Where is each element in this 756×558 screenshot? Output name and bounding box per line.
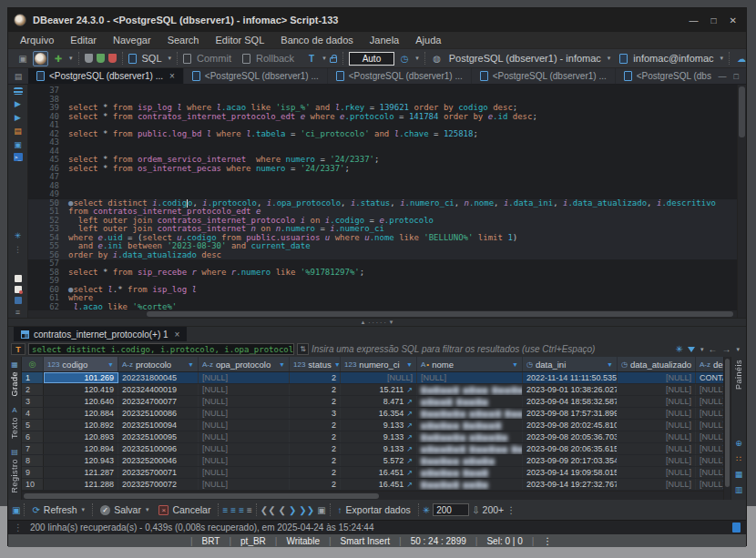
- cell-data_ini[interactable]: 2023-09-04 18:58:32.587: [523, 396, 618, 407]
- transaction-log-icon[interactable]: ◷: [398, 52, 411, 65]
- editor-tab-2[interactable]: <PostgreSQL (dbserver1) ...: [184, 68, 328, 84]
- cell-protocolo[interactable]: 202325100094: [118, 420, 199, 431]
- menu-navegar[interactable]: Navegar: [105, 35, 159, 46]
- calc-panel-icon[interactable]: ▦: [735, 470, 743, 479]
- row-number[interactable]: 5: [22, 420, 44, 431]
- cell-numero_ci[interactable]: 9.133↗: [341, 443, 417, 454]
- column-header-nome[interactable]: A•nome▼: [417, 357, 523, 371]
- cell-data_ini[interactable]: 2023-09-08 20:06:35.615: [523, 443, 618, 454]
- menu-janela[interactable]: Janela: [362, 35, 407, 46]
- cell-status[interactable]: 2: [290, 443, 341, 454]
- filter-sql-icon[interactable]: T: [11, 343, 26, 355]
- cell-status[interactable]: 3: [290, 408, 341, 419]
- cell-codigo[interactable]: 121.288: [44, 479, 118, 490]
- fetch-settings-icon[interactable]: ✳: [423, 505, 430, 515]
- filter-placeholder[interactable]: Insira uma expressão SQL para filtrar os…: [312, 344, 673, 354]
- splitter-down-icon[interactable]: ▾: [390, 319, 393, 326]
- cell-nome[interactable]: [NULL]: [417, 372, 523, 383]
- column-header-codigo[interactable]: 123codigo▼: [44, 357, 118, 371]
- first-row-icon[interactable]: ❮❮: [261, 505, 276, 515]
- cell-protocolo[interactable]: 202325700072: [118, 479, 199, 490]
- table-row[interactable]: 10121.288202325700072[NULL]216.451↗▇▆▆▇▆…: [22, 479, 723, 491]
- table-row[interactable]: 5120.892202325100094[NULL]29.133↗▆▇▆▇▆▆ …: [22, 420, 723, 431]
- cell-codigo[interactable]: 120.419: [44, 384, 118, 395]
- cell-codigo[interactable]: 120.640: [44, 396, 118, 407]
- cell-data_ini[interactable]: 2023-09-09 20:17:03.354: [523, 455, 618, 466]
- minimize-panel-icon[interactable]: —: [719, 72, 727, 81]
- delete-row-icon[interactable]: ≡: [247, 505, 252, 515]
- sort-caret-icon[interactable]: ▼: [279, 361, 285, 368]
- cell-protocolo[interactable]: 202325200046: [118, 455, 199, 466]
- prev-row-icon[interactable]: ❮: [279, 505, 286, 515]
- side-tab-registro[interactable]: ▤Registro: [10, 448, 19, 493]
- table-row[interactable]: 8120.943202325200046[NULL]25.572↗▇▆▆▇▆▆ …: [22, 455, 723, 467]
- cell-nome[interactable]: ▇▆▇▆▆▇▆ ▆▇▆▆▇▆: [417, 431, 523, 442]
- file-sql-icon[interactable]: [15, 297, 22, 304]
- close-button[interactable]: ✕: [730, 15, 737, 25]
- toolbar-overflow-icon[interactable]: ⋮: [506, 505, 516, 515]
- results-tab-close-icon[interactable]: ×: [175, 330, 180, 340]
- cell-numero_ci[interactable]: 16.354↗: [341, 408, 417, 419]
- cell-numero_ci[interactable]: 9.133↗: [341, 431, 417, 442]
- fetch-all-icon[interactable]: ⇩: [472, 505, 479, 515]
- tab-list-icon[interactable]: ▤: [8, 68, 28, 84]
- column-header-opa_protocolo[interactable]: A-zopa_protocolo▼: [199, 357, 290, 371]
- edit-row-icon[interactable]: ≡: [222, 505, 228, 515]
- filter-expand-icon[interactable]: ⇅: [297, 343, 309, 355]
- editor-vertical-scrollbar[interactable]: [737, 85, 746, 318]
- cell-numero_ci[interactable]: 15.211↗: [341, 384, 417, 395]
- cell-nome[interactable]: ▆▇▆▇▆▆ ▇▆▇▆▆▇: [417, 420, 523, 431]
- cell-status[interactable]: 2: [290, 420, 341, 431]
- cell-data_atualizado[interactable]: [NULL]: [618, 467, 696, 478]
- lock-icon[interactable]: [330, 57, 337, 63]
- cell-protocolo[interactable]: 202324700077: [118, 396, 199, 407]
- filter-forward-icon[interactable]: →: [721, 344, 730, 354]
- filter-funnel-icon[interactable]: [688, 347, 695, 352]
- dbeaver-home-button[interactable]: [33, 51, 48, 66]
- cell-nome[interactable]: ▆▇▆▇▆▆ ▇▆▆▇: [417, 467, 523, 478]
- cell-data_atualizado[interactable]: [NULL]: [618, 443, 696, 454]
- cell-descritivo[interactable]: [NULL]: [696, 408, 723, 419]
- table-row[interactable]: 7120.894202325100096[NULL]29.133↗▆▇▆▆▇▆▇…: [22, 443, 723, 455]
- side-tab-grade[interactable]: ▦Grade: [10, 360, 19, 397]
- row-number[interactable]: 1: [22, 372, 44, 383]
- cell-opa_protocolo[interactable]: [NULL]: [199, 396, 290, 407]
- menu-editor-sql[interactable]: Editor SQL: [207, 35, 272, 46]
- cell-status[interactable]: 2: [290, 431, 341, 442]
- cell-data_atualizado[interactable]: [NULL]: [618, 479, 696, 490]
- splitter-up-icon[interactable]: ▴: [362, 319, 365, 326]
- row-link-icon[interactable]: ↗: [406, 386, 413, 394]
- cell-nome[interactable]: ▆▇▆▆▇▆▇ ▇▆▆▇▆▆ ▇▆: [417, 443, 523, 454]
- cell-status[interactable]: 2: [290, 384, 341, 395]
- value-viewer-icon[interactable]: ⊕: [735, 439, 742, 448]
- next-row-icon[interactable]: ❯: [289, 505, 296, 515]
- cell-nome[interactable]: ▇▆▆▇▆▇▆ ▆▇▆▆▇ ▇▆▆: [417, 408, 523, 419]
- cell-protocolo[interactable]: 202231800045: [118, 372, 199, 383]
- cell-nome[interactable]: ▇▆▇▆▆▇ ▆▇▆▆ ▇▆▆▇▆▇: [417, 384, 523, 395]
- cell-opa_protocolo[interactable]: [NULL]: [199, 455, 290, 466]
- shield-red-icon[interactable]: [108, 54, 117, 63]
- cell-data_ini[interactable]: 2022-11-14 11:11:50.535: [523, 372, 618, 383]
- editor-horizontal-scrollbar[interactable]: [28, 310, 737, 318]
- column-header-numero_ci[interactable]: 123numero_ci▼: [341, 357, 417, 371]
- sql-button[interactable]: SQL ▾: [124, 53, 177, 64]
- cell-data_ini[interactable]: 2023-09-08 20:02:45.810: [523, 420, 618, 431]
- maximize-button[interactable]: □: [711, 15, 717, 25]
- file-icon[interactable]: [15, 275, 22, 282]
- cell-data_atualizado[interactable]: [NULL]: [618, 455, 696, 466]
- cell-opa_protocolo[interactable]: [NULL]: [199, 431, 290, 442]
- cell-descritivo[interactable]: CONTAT: [696, 372, 723, 383]
- cell-protocolo[interactable]: 202325700071: [118, 467, 199, 478]
- grid-horizontal-scrollbar[interactable]: [22, 491, 723, 500]
- cell-opa_protocolo[interactable]: [NULL]: [199, 408, 290, 419]
- row-number[interactable]: 2: [22, 384, 44, 395]
- cell-data_ini[interactable]: 2023-09-08 17:57:31.899: [523, 408, 618, 419]
- output-panel-icon[interactable]: ▣: [13, 139, 24, 149]
- editor-tab-1[interactable]: <PostgreSQL (dbserver1) ...×: [28, 68, 184, 84]
- add-row-icon[interactable]: ≡: [230, 505, 236, 515]
- row-number[interactable]: 4: [22, 408, 44, 419]
- column-header-descritivo[interactable]: A-zdescritivo▼: [696, 357, 723, 371]
- filter-back-icon[interactable]: ←: [708, 344, 717, 354]
- cell-protocolo[interactable]: 202325100086: [118, 408, 199, 419]
- minimize-button[interactable]: —: [690, 15, 699, 25]
